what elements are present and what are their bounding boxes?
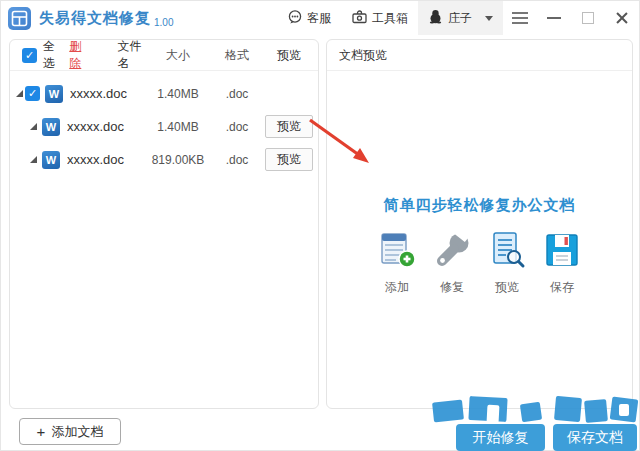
file-list-header: 全选 删除 文件名 大小 格式 预览 bbox=[10, 40, 318, 71]
close-icon bbox=[615, 11, 629, 25]
step-preview: 预览 bbox=[486, 231, 528, 296]
format-column-header: 格式 bbox=[214, 47, 260, 64]
step-label: 保存 bbox=[550, 279, 574, 296]
step-repair: 修复 bbox=[431, 231, 473, 296]
wrench-icon bbox=[433, 231, 471, 273]
file-name: xxxxx.doc bbox=[67, 152, 124, 167]
file-name: xxxxx.doc bbox=[67, 119, 124, 134]
step-label: 预览 bbox=[495, 279, 519, 296]
steps-row: 添加 修复 bbox=[327, 231, 632, 296]
preview-placeholder: 简单四步轻松修复办公文档 bbox=[327, 196, 632, 296]
file-size: 1.40MB bbox=[142, 120, 214, 134]
step-add: 添加 bbox=[376, 231, 418, 296]
preview-button[interactable]: 预览 bbox=[265, 115, 313, 138]
app-window: 失易得文档修复 1.00 客服 工具箱 庄子 bbox=[0, 0, 640, 451]
preview-panel-title: 文档预览 bbox=[327, 47, 387, 64]
add-document-button[interactable]: + 添加文档 bbox=[19, 418, 121, 445]
step-save: 保存 bbox=[541, 231, 583, 296]
toolbox-button[interactable]: 工具箱 bbox=[341, 1, 418, 35]
delete-link[interactable]: 删除 bbox=[69, 38, 85, 72]
minimize-icon bbox=[547, 17, 561, 19]
document-preview-panel: 文档预览 简单四步轻松修复办公文档 bbox=[326, 39, 633, 409]
tree-expand-icon[interactable] bbox=[16, 90, 23, 97]
titlebar: 失易得文档修复 1.00 客服 工具箱 庄子 bbox=[1, 1, 639, 35]
add-document-label: 添加文档 bbox=[51, 423, 103, 441]
maximize-icon bbox=[582, 12, 594, 24]
tree-expand-icon[interactable] bbox=[30, 123, 37, 130]
start-repair-button[interactable]: 开始修复 bbox=[456, 424, 545, 451]
file-format: .doc bbox=[214, 87, 260, 101]
file-format: .doc bbox=[214, 120, 260, 134]
table-row[interactable]: xxxxx.doc 819.00KB .doc 预览 bbox=[10, 143, 318, 176]
file-rows: xxxxx.doc 1.40MB .doc xxxxx.doc 1.40MB .… bbox=[10, 71, 318, 176]
select-all-checkbox[interactable] bbox=[22, 48, 37, 63]
save-document-button[interactable]: 保存文档 bbox=[553, 424, 637, 451]
app-logo-icon bbox=[8, 7, 31, 30]
app-title: 失易得文档修复 bbox=[39, 9, 151, 28]
table-row[interactable]: xxxxx.doc 1.40MB .doc 预览 bbox=[10, 110, 318, 143]
username: 庄子 bbox=[448, 10, 472, 27]
size-column-header: 大小 bbox=[142, 47, 214, 64]
watermark-fragments bbox=[429, 395, 640, 427]
toolbox-label: 工具箱 bbox=[372, 10, 408, 27]
file-size: 819.00KB bbox=[142, 153, 214, 167]
row-checkbox[interactable] bbox=[25, 86, 40, 101]
add-table-icon bbox=[378, 231, 416, 273]
speech-bubble-icon bbox=[287, 9, 303, 28]
preview-column-header: 预览 bbox=[260, 47, 318, 64]
support-label: 客服 bbox=[307, 10, 331, 27]
minimize-button[interactable] bbox=[537, 1, 571, 35]
caret-down-icon[interactable] bbox=[485, 16, 493, 21]
plus-icon: + bbox=[37, 423, 46, 440]
support-button[interactable]: 客服 bbox=[277, 1, 341, 35]
app-version: 1.00 bbox=[154, 17, 173, 28]
select-all-label[interactable]: 全选 bbox=[43, 38, 59, 72]
file-format: .doc bbox=[214, 153, 260, 167]
maximize-button[interactable] bbox=[571, 1, 605, 35]
toolbox-icon bbox=[351, 9, 368, 28]
floppy-disk-icon bbox=[543, 231, 581, 273]
word-doc-icon bbox=[42, 118, 60, 136]
word-doc-icon bbox=[45, 85, 63, 103]
step-label: 修复 bbox=[440, 279, 464, 296]
step-label: 添加 bbox=[385, 279, 409, 296]
file-list-panel: 全选 删除 文件名 大小 格式 预览 xxxxx.doc 1.40MB .doc bbox=[9, 39, 319, 409]
word-doc-icon bbox=[42, 151, 60, 169]
user-menu[interactable]: 庄子 bbox=[418, 1, 503, 35]
file-name: xxxxx.doc bbox=[70, 86, 127, 101]
table-row[interactable]: xxxxx.doc 1.40MB .doc bbox=[10, 77, 318, 110]
filename-column-header: 文件名 bbox=[118, 38, 142, 72]
hamburger-icon bbox=[512, 17, 528, 19]
menu-button[interactable] bbox=[503, 1, 537, 35]
preview-button[interactable]: 预览 bbox=[265, 148, 313, 171]
file-size: 1.40MB bbox=[142, 87, 214, 101]
penguin-avatar-icon bbox=[428, 9, 443, 27]
close-button[interactable] bbox=[605, 1, 639, 35]
document-magnifier-icon bbox=[488, 231, 526, 273]
tree-expand-icon[interactable] bbox=[30, 156, 37, 163]
steps-headline: 简单四步轻松修复办公文档 bbox=[327, 196, 632, 215]
